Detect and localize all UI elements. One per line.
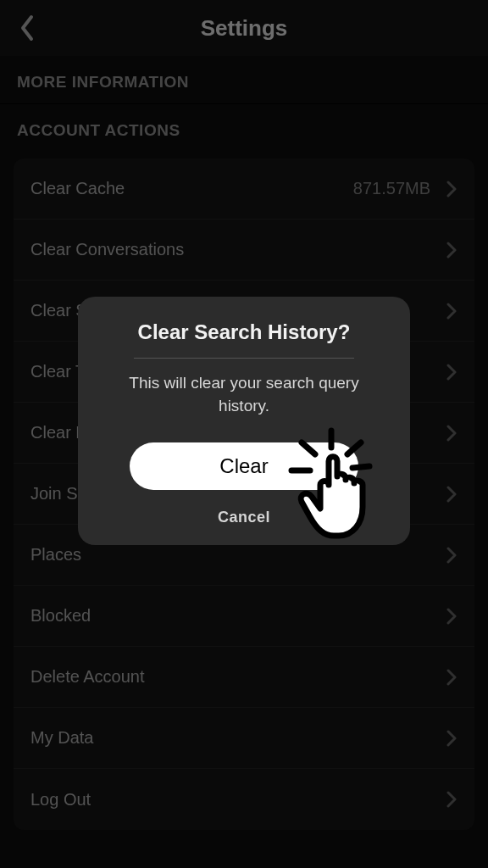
clear-button[interactable]: Clear: [130, 442, 358, 490]
dialog-separator: [134, 358, 354, 359]
modal-overlay[interactable]: Clear Search History? This will clear yo…: [0, 0, 488, 868]
dialog-title: Clear Search History?: [138, 320, 351, 344]
cancel-button[interactable]: Cancel: [218, 509, 270, 526]
dialog-message: This will clear your search query histor…: [102, 372, 386, 417]
clear-search-history-dialog: Clear Search History? This will clear yo…: [78, 297, 410, 545]
